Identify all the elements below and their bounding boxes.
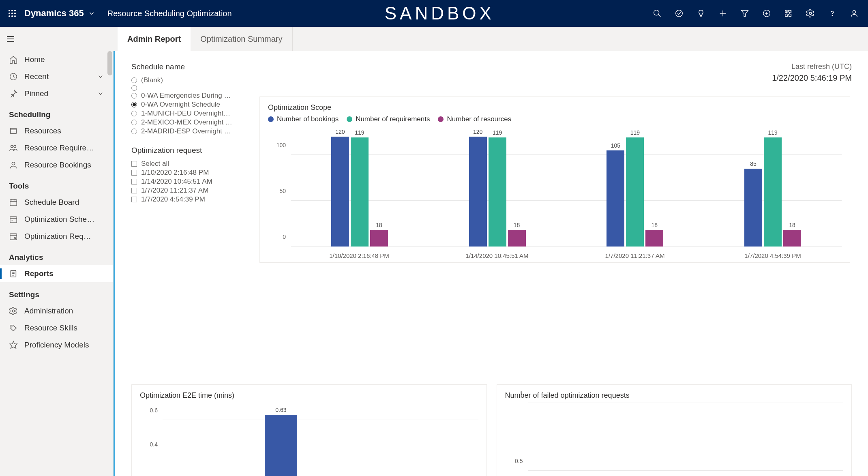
option-label: 0-WA Overnight Schedule — [141, 101, 220, 109]
nav-label: Reports — [24, 269, 54, 278]
nav-label: Administration — [24, 307, 73, 315]
home-icon — [9, 55, 18, 64]
svg-point-5 — [14, 13, 16, 14]
app-title: Resource Scheduling Optimization — [107, 9, 232, 18]
schedule-name-filter: Schedule name (Blank)0-WA Emergencies Du… — [131, 62, 232, 136]
svg-point-0 — [9, 10, 10, 11]
optimization-request-option[interactable]: 1/7/2020 11:21:37 AM — [131, 187, 237, 195]
sidebar-item-proficiency-models[interactable]: Proficiency Models — [0, 337, 113, 354]
e2e-time-chart: 00.20.40.60.200.630.130.17 — [140, 403, 478, 476]
optimization-request-option[interactable]: Select all — [131, 160, 237, 168]
svg-rect-37 — [10, 234, 17, 240]
schedule-name-option[interactable]: 0-WA Emergencies During … — [131, 92, 232, 100]
sidebar-item-pinned[interactable]: Pinned — [0, 85, 113, 102]
tab-strip: Admin Report Optimization Summary — [0, 27, 868, 51]
sidebar-item-resource-bookings[interactable]: Resource Bookings — [0, 157, 113, 174]
puzzle-icon[interactable] — [779, 4, 798, 23]
schedule-name-option[interactable]: (Blank) — [131, 76, 232, 84]
svg-rect-34 — [10, 217, 17, 223]
sidebar-item-resource-requirements[interactable]: Resource Require… — [0, 139, 113, 157]
sidebar-item-administration[interactable]: Administration — [0, 302, 113, 319]
bar: 18 — [370, 230, 388, 247]
option-label: 1/10/2020 2:16:48 PM — [141, 169, 209, 177]
svg-point-45 — [11, 326, 12, 327]
add-circle-icon[interactable] — [757, 4, 776, 23]
clock-icon — [9, 72, 18, 81]
sidebar-toggle-icon[interactable] — [2, 31, 19, 47]
option-label: 1-MUNICH-DEU Overnight… — [141, 109, 230, 118]
svg-point-27 — [11, 146, 13, 148]
app-launcher-icon[interactable] — [4, 5, 20, 21]
optimization-request-option[interactable]: 1/7/2020 4:54:39 PM — [131, 195, 237, 204]
filter-icon[interactable] — [735, 4, 754, 23]
option-label: Select all — [141, 160, 169, 168]
tab-admin-report[interactable]: Admin Report — [118, 27, 191, 51]
optimization-request-option[interactable]: 1/10/2020 2:16:48 PM — [131, 169, 237, 177]
gear-icon — [9, 307, 18, 315]
checkbox-icon — [131, 188, 137, 193]
sidebar-item-home[interactable]: Home — [0, 51, 113, 68]
svg-point-19 — [832, 15, 832, 16]
svg-point-29 — [12, 162, 15, 165]
bar: 119 — [489, 137, 506, 247]
svg-point-18 — [809, 12, 812, 15]
optimization-request-option[interactable]: 1/14/2020 10:45:51 AM — [131, 178, 237, 186]
sidebar-item-resources[interactable]: Resources — [0, 122, 113, 139]
schedule-name-option[interactable] — [131, 85, 232, 91]
legend-item: Number of bookings — [268, 115, 339, 123]
radio-icon — [131, 77, 137, 83]
bar: 119 — [351, 137, 369, 247]
gear-icon[interactable] — [801, 4, 820, 23]
nav-label: Proficiency Models — [24, 341, 89, 349]
radio-icon — [131, 85, 137, 91]
resources-icon — [9, 127, 18, 135]
nav-label: Resource Require… — [24, 144, 94, 152]
option-label: 2-MADRID-ESP Overnight … — [141, 127, 231, 135]
calendar-icon — [9, 198, 18, 207]
bar: 18 — [645, 230, 663, 247]
sidebar-group-settings: Settings — [0, 282, 113, 302]
svg-point-4 — [11, 13, 13, 14]
schedule-name-option[interactable]: 1-MUNICH-DEU Overnight… — [131, 109, 232, 118]
sidebar-item-optimization-schedules[interactable]: Optimization Sche… — [0, 211, 113, 228]
brand-switcher[interactable]: Dynamics 365 — [24, 8, 95, 19]
bar: 18 — [508, 230, 526, 247]
x-axis-label: 1/10/2020 2:16:48 PM — [290, 249, 428, 259]
svg-point-39 — [15, 237, 16, 239]
svg-rect-30 — [10, 200, 17, 206]
optimization-scope-card: Optimization Scope Number of bookings Nu… — [259, 96, 850, 263]
schedule-name-option[interactable]: 2-MADRID-ESP Overnight … — [131, 127, 232, 135]
sidebar: Home Recent Pinned Scheduling Resources … — [0, 51, 114, 476]
help-icon[interactable] — [823, 4, 842, 23]
sidebar-item-resource-skills[interactable]: Resource Skills — [0, 319, 113, 337]
user-icon[interactable] — [844, 4, 864, 23]
tab-optimization-summary[interactable]: Optimization Summary — [191, 27, 292, 51]
plus-icon[interactable] — [713, 4, 733, 23]
bar: 85 — [744, 169, 762, 247]
search-icon[interactable] — [647, 4, 667, 23]
sidebar-item-optimization-requests[interactable]: Optimization Req… — [0, 228, 113, 245]
sidebar-item-reports[interactable]: Reports — [0, 265, 113, 282]
star-icon — [9, 341, 18, 349]
tag-icon — [9, 324, 18, 332]
svg-point-6 — [9, 15, 10, 17]
svg-point-20 — [853, 11, 855, 13]
lightbulb-icon[interactable] — [691, 4, 711, 23]
filter-label: Schedule name — [131, 62, 232, 71]
legend-item: Number of resources — [438, 115, 511, 123]
environment-badge: SANDBOX — [232, 3, 647, 24]
task-icon[interactable] — [669, 4, 689, 23]
option-label: (Blank) — [141, 76, 163, 84]
radio-icon — [131, 129, 137, 134]
nav-label: Home — [24, 55, 45, 64]
schedule-name-option[interactable]: 2-MEXICO-MEX Overnight … — [131, 118, 232, 127]
sidebar-item-recent[interactable]: Recent — [0, 68, 113, 85]
chevron-down-icon — [97, 73, 104, 80]
svg-marker-46 — [10, 341, 17, 348]
sidebar-item-schedule-board[interactable]: Schedule Board — [0, 194, 113, 211]
svg-point-3 — [9, 13, 10, 14]
svg-point-11 — [676, 10, 683, 17]
bar: 119 — [626, 137, 644, 247]
person-icon — [9, 161, 18, 169]
schedule-name-option[interactable]: 0-WA Overnight Schedule — [131, 101, 232, 109]
